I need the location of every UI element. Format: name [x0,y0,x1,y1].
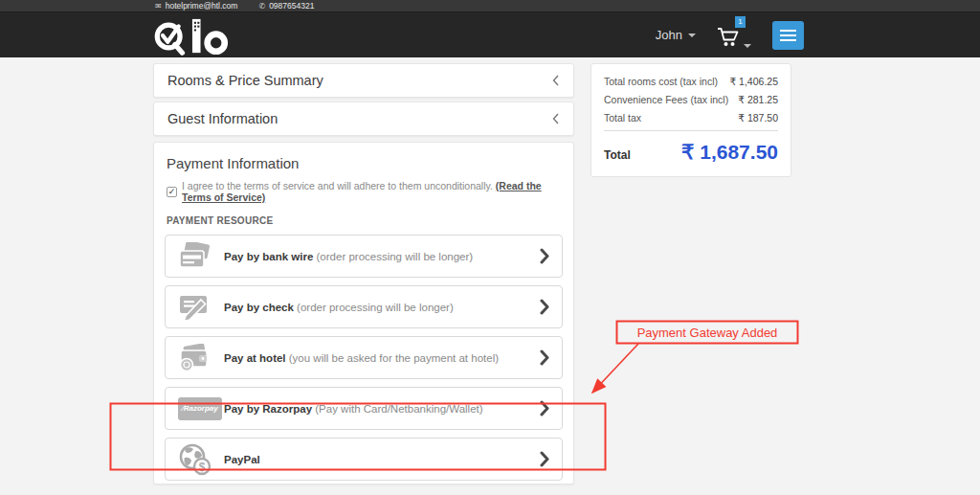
chevron-right-icon [540,400,549,416]
chevron-left-icon [551,112,560,125]
qlo-logo[interactable] [151,17,232,59]
terms-text: I agree to the terms of service and will… [182,180,563,203]
contact-phone-text: 0987654321 [269,1,314,11]
annotation-label-box [617,322,798,344]
summary-divider [604,130,778,131]
header-right-cluster: John 1 [656,12,804,57]
cart-count-badge: 1 [735,16,746,28]
summary-row: Total rooms cost (tax incl) ₹ 1,406.25 [604,76,778,87]
summary-row: Total tax ₹ 187.50 [604,112,778,124]
terms-row: ✓ I agree to the terms of service and wi… [167,180,563,203]
payment-method-row[interactable]: ∕Razorpay Pay by Razorpay (Pay with Card… [165,387,563,430]
contact-email-text: hotelprime@htl.com [166,1,238,11]
annotation-label: Payment Gateway Added [637,326,778,340]
payment-method-list: Pay by bank wire (order processing will … [165,235,563,481]
svg-text:$: $ [199,460,206,473]
checkout-page: ✉ hotelprime@htl.com ✆ 0987654321 [0,0,980,495]
payment-resource-label: PAYMENT RESOURCE [167,215,563,226]
user-name: John [656,28,682,42]
total-value: ₹ 1,687.50 [681,141,778,164]
price-summary-rows: Total rooms cost (tax incl) ₹ 1,406.25 C… [604,76,778,124]
payment-panel-title: Payment Information [167,155,563,171]
payment-method-row[interactable]: Pay at hotel (you will be asked for the … [165,336,563,379]
main-header: John 1 [0,12,980,57]
chevron-right-icon [540,248,549,264]
bank-cards-icon [178,242,224,271]
hamburger-icon [780,30,796,32]
chevron-down-icon [744,44,751,48]
accordion-rooms-price-summary[interactable]: Rooms & Price Summary [153,63,574,98]
payment-method-row[interactable]: $ PayPal [165,438,563,481]
chevron-left-icon [551,74,560,87]
accordion-title: Rooms & Price Summary [167,73,323,88]
payment-method-row[interactable]: Pay by bank wire (order processing will … [165,235,563,278]
menu-button[interactable] [772,21,804,50]
total-label: Total [604,148,631,162]
wallet-coin-icon [178,344,224,372]
contact-email: ✉ hotelprime@htl.com [155,1,237,11]
envelope-icon: ✉ [155,2,162,11]
chevron-down-icon [688,34,696,37]
globe-dollar-icon: $ [178,443,224,476]
total-row: Total ₹ 1,687.50 [604,141,778,164]
contact-topbar: ✉ hotelprime@htl.com ✆ 0987654321 [0,0,980,12]
cart-icon [717,27,740,48]
user-menu[interactable]: John [656,28,696,42]
summary-row: Convenience Fees (tax incl) ₹ 281.25 [604,94,778,105]
accordion-guest-information[interactable]: Guest Information [153,101,574,136]
contact-phone: ✆ 0987654321 [258,1,314,11]
cart-button[interactable]: 1 [717,23,751,48]
accordion-title: Guest Information [167,111,278,126]
chevron-right-icon [540,299,549,315]
price-summary-card: Total rooms cost (tax incl) ₹ 1,406.25 C… [590,63,791,177]
chevron-right-icon [540,349,549,366]
payment-method-row[interactable]: Pay by check (order processing will be l… [165,285,563,328]
payment-information-panel: Payment Information ✓ I agree to the ter… [153,142,574,484]
razorpay-badge-icon: ∕Razorpay [178,397,224,420]
phone-icon: ✆ [258,2,265,11]
razorpay-logo: ∕Razorpay [178,397,222,420]
cheque-pen-icon [178,293,224,322]
chevron-right-icon [540,451,549,467]
annotation-arrow [592,344,638,393]
terms-checkbox[interactable]: ✓ [167,187,177,197]
